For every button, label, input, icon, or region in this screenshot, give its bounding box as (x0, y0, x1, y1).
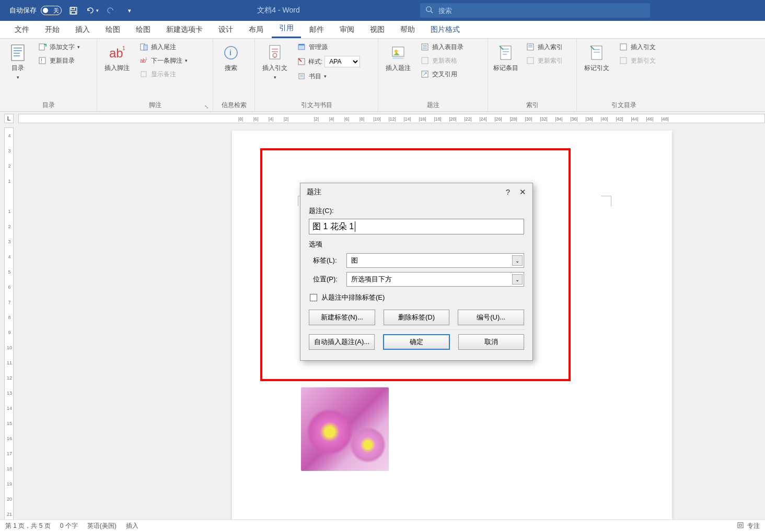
bibliography-icon (297, 72, 306, 81)
insert-table-figures-button[interactable]: 插入表目录 (417, 41, 467, 53)
insert-authorities-button[interactable]: 插入引文 (616, 41, 659, 53)
insert-endnote-button[interactable]: 插入尾注 (136, 41, 191, 53)
cross-ref-label: 交叉引用 (432, 70, 457, 79)
status-mode[interactable]: 插入 (126, 522, 138, 530)
update-table-button[interactable]: 更新表格 (417, 54, 467, 67)
flower-image[interactable] (301, 387, 389, 471)
svg-text:!: ! (41, 57, 42, 64)
tab-help[interactable]: 帮助 (393, 21, 422, 38)
focus-mode-icon[interactable] (737, 522, 744, 530)
toc-label: 目录 (11, 64, 24, 73)
caption-input-value: 图 1 花朵 1 (312, 221, 354, 232)
toc-button[interactable]: 目录 ▾ (3, 41, 32, 80)
status-language[interactable]: 英语(美国) (87, 522, 117, 530)
title-bar: 自动保存 关 ▾ ▾ 文档4 - Word (0, 0, 765, 21)
update-index-button[interactable]: 更新索引 (523, 54, 566, 67)
insert-auth-label: 插入引文 (631, 43, 656, 52)
update-toc-button[interactable]: !更新目录 (34, 54, 83, 67)
horizontal-ruler[interactable]: |8||6||4||2||2||4||6||8||10||12||14||16|… (18, 114, 765, 123)
mark-citation-label: 标记引文 (584, 64, 609, 73)
auto-caption-button[interactable]: 自动插入题注(A)... (309, 334, 375, 350)
tab-picture-format[interactable]: 图片格式 (423, 21, 467, 38)
delete-label-btn-text: 删除标签(D) (398, 313, 435, 322)
insert-citation-button[interactable]: 插入引文 ▾ (258, 41, 292, 80)
tab-file[interactable]: 文件 (7, 21, 37, 38)
toc-group-label: 目录 (3, 99, 94, 111)
bibliography-button[interactable]: 书目 ▾ (294, 70, 363, 82)
svg-point-24 (395, 50, 398, 53)
insert-caption-button[interactable]: 插入题注 (381, 41, 415, 73)
search-input[interactable] (438, 7, 645, 15)
position-select[interactable]: 所选项目下方⌄ (346, 272, 524, 287)
tab-new[interactable]: 新建选项卡 (159, 21, 210, 38)
ruler-corner: L (4, 114, 14, 123)
qat-customize-icon[interactable]: ▾ (122, 3, 137, 18)
update-index-label: 更新索引 (538, 56, 563, 65)
tab-view[interactable]: 视图 (363, 21, 392, 38)
cancel-button[interactable]: 取消 (458, 334, 524, 350)
dialog-close-icon[interactable]: ✕ (519, 187, 526, 197)
svg-rect-2 (71, 11, 76, 14)
undo-icon[interactable]: ▾ (85, 3, 99, 18)
tab-mailings[interactable]: 邮件 (302, 21, 331, 38)
ribbon: 目录 ▾ 添加文字 ▾ !更新目录 目录 ab1 插入脚注 插入尾注 ab1下一… (0, 39, 765, 112)
dialog-help-icon[interactable]: ? (506, 187, 510, 197)
numbering-button[interactable]: 编号(U)... (458, 310, 524, 325)
vertical-ruler[interactable]: 4321123456789101112131415161718192021222… (4, 127, 14, 532)
next-footnote-button[interactable]: ab1下一条脚注 ▾ (136, 54, 191, 67)
manage-sources-button[interactable]: 管理源 (294, 41, 363, 53)
auto-caption-btn-text: 自动插入题注(A)... (314, 337, 369, 347)
citation-label: 插入引文 (262, 64, 287, 73)
caption-input[interactable]: 图 1 花朵 1 (309, 219, 524, 234)
tab-review[interactable]: 审阅 (332, 21, 362, 38)
research-button[interactable]: i 搜索 (216, 41, 246, 73)
auto-save-toggle[interactable]: 关 (41, 6, 62, 15)
bibliography-label: 书目 (309, 72, 321, 81)
mark-citation-button[interactable]: 标记引文 (580, 41, 613, 73)
page-margin-corner-tr (601, 196, 611, 206)
status-words[interactable]: 0 个字 (60, 522, 78, 530)
research-label: 搜索 (225, 64, 237, 73)
svg-rect-31 (527, 57, 534, 64)
svg-rect-14 (141, 72, 146, 77)
add-text-button[interactable]: 添加文字 ▾ (34, 41, 83, 53)
svg-rect-36 (739, 524, 741, 526)
next-footnote-icon: ab1 (139, 56, 148, 65)
tab-draw1[interactable]: 绘图 (98, 21, 128, 38)
status-focus[interactable]: 专注 (747, 522, 760, 530)
footnote-launcher-icon[interactable]: ⤡ (204, 104, 208, 110)
ok-button[interactable]: 确定 (383, 334, 450, 350)
caption-icon (389, 44, 407, 62)
index-group-label: 索引 (491, 99, 573, 111)
auto-save-state: 关 (53, 7, 59, 15)
exclude-label-text: 从题注中排除标签(E) (321, 293, 385, 302)
citation-style-row: 样式:APA (294, 54, 363, 69)
save-icon[interactable] (66, 3, 80, 18)
mark-entry-button[interactable]: 标记条目 (491, 41, 520, 73)
tab-references[interactable]: 引用 (272, 20, 301, 38)
show-notes-button[interactable]: 显示备注 (136, 68, 191, 80)
tab-design[interactable]: 设计 (211, 21, 240, 38)
update-authorities-button[interactable]: 更新引文 (616, 54, 659, 67)
style-select[interactable]: APA (324, 56, 360, 67)
cross-reference-button[interactable]: 交叉引用 (417, 68, 467, 80)
tab-insert[interactable]: 插入 (68, 21, 97, 38)
insert-footnote-button[interactable]: ab1 插入脚注 (100, 41, 134, 73)
insert-index-button[interactable]: 插入索引 (523, 41, 566, 53)
position-select-value: 所选项目下方 (351, 275, 392, 284)
new-label-button[interactable]: 新建标签(N)... (309, 310, 375, 325)
cancel-btn-text: 取消 (484, 337, 498, 347)
exclude-label-checkbox[interactable] (310, 294, 317, 301)
redo-icon[interactable] (103, 3, 118, 18)
tab-draw2[interactable]: 绘图 (129, 21, 158, 38)
tab-home[interactable]: 开始 (38, 21, 67, 38)
insert-index-icon (526, 42, 535, 52)
dialog-title: 题注 (307, 187, 321, 197)
delete-label-button[interactable]: 删除标签(D) (384, 310, 450, 325)
search-box[interactable] (420, 3, 650, 18)
status-page[interactable]: 第 1 页，共 5 页 (5, 522, 51, 530)
svg-rect-27 (422, 57, 428, 64)
label-select[interactable]: 图⌄ (346, 253, 524, 268)
manage-sources-icon (297, 42, 306, 52)
tab-layout[interactable]: 布局 (241, 21, 271, 38)
